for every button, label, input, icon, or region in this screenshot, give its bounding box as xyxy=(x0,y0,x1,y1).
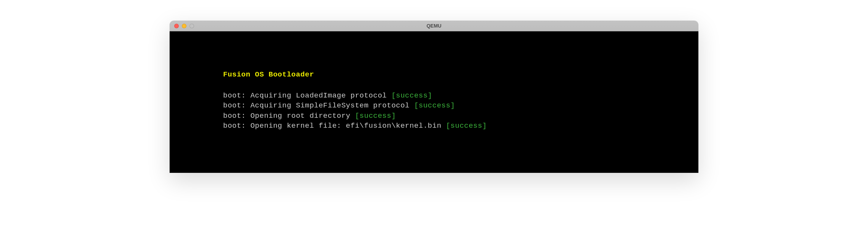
boot-message: Acquiring SimpleFileSystem protocol xyxy=(250,101,414,110)
boot-prefix: boot: xyxy=(223,91,250,100)
boot-line: boot: Acquiring SimpleFileSystem protoco… xyxy=(223,101,698,111)
zoom-button[interactable] xyxy=(189,24,194,28)
terminal-output[interactable]: Fusion OS Bootloader boot: Acquiring Loa… xyxy=(170,31,698,173)
minimize-button[interactable] xyxy=(182,24,186,28)
boot-line: boot: Opening kernel file: efi\fusion\ke… xyxy=(223,121,698,131)
boot-message: Opening root directory xyxy=(250,112,355,120)
boot-prefix: boot: xyxy=(223,112,250,120)
status-success: [success] xyxy=(391,91,432,100)
close-button[interactable] xyxy=(174,24,179,28)
titlebar[interactable]: QEMU xyxy=(170,21,698,31)
status-success: [success] xyxy=(414,101,455,110)
boot-prefix: boot: xyxy=(223,122,250,130)
status-success: [success] xyxy=(355,112,396,120)
bootloader-title: Fusion OS Bootloader xyxy=(223,70,698,80)
boot-line: boot: Opening root directory [success] xyxy=(223,111,698,121)
boot-line: boot: Acquiring LoadedImage protocol [su… xyxy=(223,91,698,101)
boot-message: Opening kernel file: efi\fusion\kernel.b… xyxy=(250,122,446,130)
boot-message: Acquiring LoadedImage protocol xyxy=(250,91,391,100)
qemu-window: QEMU Fusion OS Bootloader boot: Acquirin… xyxy=(170,21,698,173)
traffic-lights xyxy=(170,24,194,28)
window-title: QEMU xyxy=(170,23,698,29)
status-success: [success] xyxy=(446,122,487,130)
boot-prefix: boot: xyxy=(223,101,250,110)
